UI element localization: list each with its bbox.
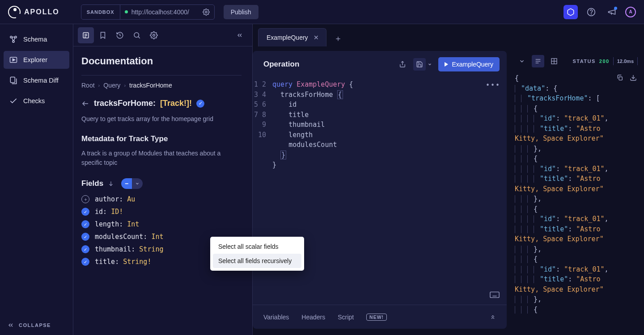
sidebar-item-label: Explorer [23,56,47,63]
logo-icon [8,6,21,18]
tab-script[interactable]: Script [338,314,354,321]
play-icon [445,62,448,67]
select-options-dropdown-button[interactable] [132,178,143,189]
announcements-icon[interactable] [605,5,619,19]
sidebar-item-schema-diff[interactable]: Schema Diff [4,71,69,89]
add-field-icon[interactable]: ＋ [81,195,89,203]
breadcrumb-current: tracksForHome [129,82,172,89]
chevron-right-icon: › [124,83,126,88]
svg-point-13 [134,33,139,38]
tab-variables[interactable]: Variables [263,314,289,321]
response-time: 12.0ms [617,59,634,64]
publish-button[interactable]: Publish [224,5,258,19]
svg-point-0 [205,11,207,13]
check-field-icon[interactable]: ✓ [81,220,89,228]
back-arrow-icon[interactable] [81,100,89,108]
field-row-id[interactable]: ✓ id: ID! [81,208,242,216]
svg-line-14 [138,37,140,38]
svg-rect-8 [10,77,15,83]
svg-point-2 [591,13,592,14]
chevron-double-left-icon [7,322,14,329]
sort-arrow-icon[interactable] [108,180,114,187]
breadcrumb-root[interactable]: Root [81,82,95,89]
copy-icon[interactable] [616,74,623,81]
svg-marker-7 [13,59,15,61]
operation-panel: Operation ExampleQuery ••• 1 2 3 4 5 6 7… [253,51,507,329]
explorer-icon [9,55,18,64]
response-panel: STATUS 200 12.0ms { "data": { "tracksFor… [513,51,644,335]
field-name-title: tracksForHome: [94,99,156,108]
deselect-all-button[interactable]: − [121,178,132,189]
share-icon[interactable] [396,58,409,71]
query-tabs: ExampleQuery ✕ ＋ [253,24,644,46]
bookmark-icon[interactable] [95,27,111,43]
field-type-title[interactable]: [Track!]! [160,99,192,108]
app-header: APOLLO SANDBOX http://localhost:4000/ Pu… [0,0,644,24]
metadata-title: Metadata for Track Type [81,134,242,143]
schema-icon [9,35,18,44]
metadata-description: A track is a group of Modules that teach… [81,149,242,168]
save-icon[interactable] [413,58,426,71]
new-badge: NEW! [366,314,387,321]
tab-headers[interactable]: Headers [301,314,325,321]
documentation-panel: Documentation Root › Query › tracksForHo… [73,24,253,335]
field-row-length[interactable]: ✓ length: Int [81,220,242,228]
breadcrumb-query[interactable]: Query [103,82,120,89]
sidebar-item-label: Checks [23,97,45,105]
user-avatar[interactable]: A [625,7,636,17]
tab-example-query[interactable]: ExampleQuery ✕ [258,28,326,46]
download-icon[interactable] [630,74,637,81]
sandbox-url-bar: SANDBOX http://localhost:4000/ [81,4,215,20]
sidebar: Schema Explorer Schema Diff Checks [0,24,73,335]
sidebar-item-label: Schema [23,36,47,43]
check-field-icon[interactable]: ✓ [81,208,89,216]
field-description: Query to get tracks array for the homepa… [81,114,242,124]
field-row-author[interactable]: ＋ author: Au [81,195,242,203]
checks-icon [9,96,18,105]
collapse-sidebar-button[interactable]: COLLAPSE [0,315,73,335]
sidebar-item-checks[interactable]: Checks [4,92,69,110]
editor-more-icving[interactable]: ••• [486,80,500,91]
table-view-icon[interactable] [548,55,560,67]
dropdown-select-scalar[interactable]: Select all scalar fields [213,239,301,254]
search-icon[interactable] [129,27,145,43]
add-tab-button[interactable]: ＋ [330,30,346,46]
svg-rect-31 [619,77,622,80]
chevron-down-icon[interactable] [516,55,528,67]
collapse-docs-icon[interactable] [232,27,248,43]
tab-label: ExampleQuery [267,34,308,41]
svg-rect-19 [490,292,499,298]
dropdown-select-recursive[interactable]: Select all fields recursively [213,254,301,268]
response-view-icon[interactable] [532,55,544,67]
close-tab-icon[interactable]: ✕ [314,34,319,41]
check-field-icon[interactable]: ✓ [81,233,89,241]
notification-dot [614,7,617,10]
docs-tab-icon[interactable] [78,27,94,43]
connection-status-dot [125,10,128,13]
sidebar-item-schema[interactable]: Schema [4,30,69,48]
check-field-icon[interactable]: ✓ [81,258,89,266]
keyboard-icon[interactable] [490,291,500,298]
sidebar-item-label: Schema Diff [23,77,59,84]
response-body[interactable]: { "data": { "tracksForHome": [ { "id": "… [513,71,644,335]
settings-icon[interactable] [146,27,162,43]
check-field-icon[interactable]: ✓ [81,245,89,253]
brand-logo: APOLLO [8,6,59,18]
run-query-button[interactable]: ExampleQuery [438,57,500,71]
selected-check-icon[interactable]: ✓ [196,100,204,108]
history-icon[interactable] [112,27,128,43]
operation-bottom-tabs: Variables Headers Script NEW! [253,305,507,329]
help-icon[interactable] [584,5,598,19]
diff-icon [9,76,18,85]
studio-icon[interactable] [564,5,578,19]
endpoint-url-input[interactable]: http://localhost:4000/ [131,8,199,16]
collapse-label: COLLAPSE [19,322,51,328]
endpoint-settings-icon[interactable] [203,8,210,16]
run-button-label: ExampleQuery [452,61,493,68]
docs-heading: Documentation [81,55,242,67]
breadcrumb: Root › Query › tracksForHome [81,82,242,89]
expand-up-icon[interactable] [490,314,496,320]
brand-text: APOLLO [24,8,59,16]
save-dropdown-icon[interactable] [426,58,434,71]
sidebar-item-explorer[interactable]: Explorer [4,51,69,69]
